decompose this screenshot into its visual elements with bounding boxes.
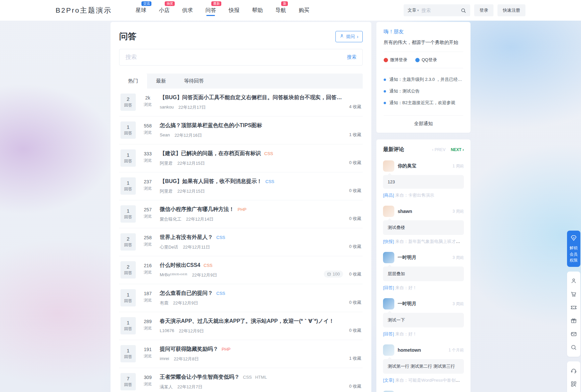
question-tag[interactable]: CSS — [266, 179, 275, 184]
nav-item[interactable]: 星球 交流 — [129, 0, 152, 21]
site-logo[interactable]: B2Pro主题演示 — [56, 6, 112, 15]
comment-text[interactable]: 测试叠楼 — [383, 220, 464, 235]
question-title[interactable]: 王者荣耀会让小学生智商变低吗？CSSHTML — [160, 374, 344, 381]
prev-button[interactable]: PREV — [432, 147, 446, 152]
qq-login-button[interactable]: QQ登录 — [415, 57, 437, 63]
question-tag[interactable]: CSS — [243, 375, 252, 380]
comment-author[interactable]: hometown — [398, 347, 421, 353]
qrcode-icon[interactable] — [570, 377, 577, 391]
nav-item[interactable]: 快报 — [222, 0, 246, 21]
question-title[interactable]: 提问可获得隐藏奖励吗？PHP — [160, 346, 344, 353]
comment-text[interactable]: 层层叠加 — [383, 267, 464, 281]
question-title[interactable]: 【建议】已解决的问题，在存档页面有标识CSS — [160, 150, 344, 157]
question-tag[interactable]: CSS — [204, 263, 213, 268]
question-title[interactable]: 春天演示APP、过几天就出来APP了。演示站APP，欢迎一(*｀∀´*)ノイ！ — [160, 318, 344, 325]
comment-author[interactable]: 你的臭宝 — [398, 163, 416, 169]
nav-item[interactable]: 小店 抽奖 — [152, 0, 176, 21]
favorite-count[interactable]: 1 收藏 — [349, 355, 361, 361]
question-tag[interactable]: HTML — [255, 375, 267, 380]
favorite-count[interactable]: 0 收藏 — [349, 271, 361, 277]
weibo-login-button[interactable]: 微博登录 — [384, 57, 407, 63]
favorite-count[interactable]: 0 收藏 — [349, 327, 361, 333]
location-pin-icon[interactable] — [570, 391, 577, 392]
question-author[interactable]: 阿里君 — [160, 160, 173, 166]
search-icon[interactable] — [461, 8, 466, 13]
question-author[interactable]: 有鹿 — [160, 300, 168, 306]
login-button[interactable]: 登录 — [474, 4, 493, 16]
nav-item[interactable]: 供求 — [176, 0, 199, 21]
headset-icon[interactable] — [570, 364, 577, 377]
favorite-count[interactable]: 0 收藏 — [349, 188, 361, 194]
comment-source[interactable]: [回答] 来自：好！ — [383, 331, 464, 337]
nav-item[interactable]: 问答 最新 — [199, 0, 222, 21]
qa-search-input[interactable] — [125, 54, 347, 61]
favorite-count[interactable]: 1 收藏 — [349, 132, 361, 138]
nav-item[interactable]: 帮助 — [246, 0, 269, 21]
comment-source[interactable]: [快报] 来自：新年新气象新电脑上班才爽AM… — [383, 239, 464, 245]
search-icon[interactable] — [570, 341, 577, 354]
next-button[interactable]: NEXT — [451, 147, 464, 152]
question-author[interactable]: 满某人 — [160, 384, 173, 390]
comment-author[interactable]: 一时明月 — [398, 255, 416, 261]
question-author[interactable]: Sean — [160, 132, 170, 138]
comment-text[interactable]: 测试一下 — [383, 313, 464, 327]
register-button[interactable]: 快速注册 — [497, 4, 525, 16]
avatar[interactable] — [383, 391, 394, 392]
question-author[interactable]: 阿里君 — [160, 188, 173, 194]
notice-item[interactable]: 通知：测试公告 — [384, 88, 463, 94]
question-title[interactable]: 微信小程序推广有哪几种方法！PHP — [160, 206, 344, 213]
question-title[interactable]: 世界上有没有外星人？CSS — [160, 234, 344, 241]
avatar[interactable] — [383, 344, 394, 356]
nav-item[interactable]: 购买 — [292, 0, 315, 21]
favorite-count[interactable]: 0 收藏 — [349, 383, 361, 389]
comment-source[interactable]: [商品] 来自：卡密出售演示 — [383, 192, 464, 198]
question-author[interactable]: MrBo¹³³⁵³¹⁴⁵⁶³¹ — [160, 272, 187, 278]
question-title[interactable]: 【BUG】如果有人回答，收不到消息提示！CSS — [160, 178, 344, 185]
question-title[interactable]: 怎么查看自已的提问？CSS — [160, 290, 344, 297]
question-tag[interactable]: CSS — [216, 291, 225, 296]
favorite-count[interactable]: 0 收藏 — [349, 299, 361, 305]
qa-tab[interactable]: 最新 — [147, 74, 175, 89]
comment-source[interactable]: [文章] 来自：可能是WordPress中首创的自… — [383, 377, 464, 383]
header-search-input[interactable] — [422, 8, 458, 13]
avatar[interactable] — [383, 160, 394, 172]
question-tag[interactable]: CSS — [216, 235, 225, 240]
favorite-count[interactable]: 4 收藏 — [349, 104, 361, 110]
nav-item[interactable]: 导航 新 — [269, 0, 292, 21]
favorite-count[interactable]: 0 收藏 — [349, 216, 361, 222]
ticket-icon[interactable] — [570, 301, 577, 314]
notice-item[interactable]: 通知：主题升级到 2.3.0 ，并且已经改… — [384, 77, 463, 83]
ask-question-button[interactable]: 提问 — [335, 31, 363, 42]
question-title[interactable]: 【BUG】问答页面小工具不能自定义右侧栏目。问答板块前台不现实，回答不提示。所… — [160, 94, 344, 101]
comment-text[interactable]: 123 — [383, 175, 464, 189]
qa-tab[interactable]: 等待回答 — [175, 74, 213, 89]
comment-source[interactable]: [回答] 来自：好！ — [383, 285, 464, 291]
question-tag[interactable]: PHP — [222, 347, 231, 352]
qa-tab[interactable]: 热门 — [119, 74, 147, 89]
unlock-vip-button[interactable]: 解锁会员权限 — [567, 231, 580, 267]
comment-author[interactable]: 一时明月 — [398, 301, 416, 307]
question-tag[interactable]: PHP — [238, 207, 247, 212]
qa-search-button[interactable]: 搜索 — [347, 54, 356, 60]
avatar[interactable] — [383, 298, 394, 309]
all-notices-link[interactable]: 全部通知 — [384, 116, 463, 127]
notice-item[interactable]: 通知：B2主题接近完工，欢迎参观 — [384, 100, 463, 106]
question-title[interactable]: 什么时候出CSS4CSS — [160, 262, 319, 269]
question-author[interactable]: 心里De话 — [160, 244, 178, 250]
question-author[interactable]: sankou — [160, 104, 174, 110]
avatar[interactable] — [383, 206, 394, 217]
search-category-select[interactable]: 文章 ▾ — [408, 7, 419, 13]
favorite-count[interactable]: 0 收藏 — [349, 244, 361, 250]
question-title[interactable]: 怎么搞？顶部菜单栏蓝色红色的小TIPS图标 — [160, 122, 344, 129]
gift-icon[interactable] — [570, 314, 577, 327]
comment-author[interactable]: shawn — [398, 209, 412, 214]
user-icon[interactable] — [570, 274, 577, 288]
cart-icon[interactable] — [570, 288, 577, 301]
mail-icon[interactable] — [570, 327, 577, 341]
question-tag[interactable]: CSS — [264, 151, 273, 156]
question-author[interactable]: L10676 — [160, 328, 174, 334]
question-author[interactable]: 聚合猫化工 — [160, 216, 181, 222]
comment-text[interactable]: 测试第一行 测试第二行 测试第三行 — [383, 359, 464, 374]
favorite-count[interactable]: 0 收藏 — [349, 160, 361, 166]
question-author[interactable]: imrei — [160, 356, 169, 362]
